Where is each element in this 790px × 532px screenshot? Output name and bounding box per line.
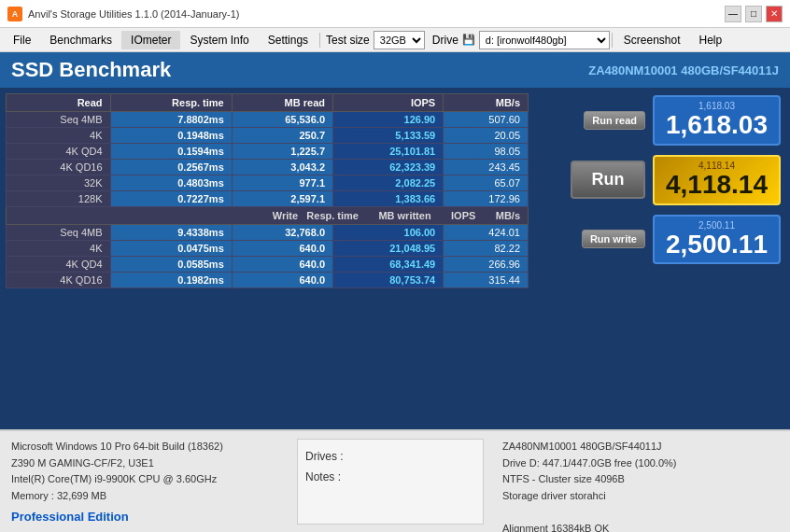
- test-size-label: Test size: [326, 34, 370, 47]
- read-label-0: Seq 4MB: [7, 112, 111, 128]
- write-mb-2: 640.0: [232, 257, 332, 273]
- minimize-button[interactable]: —: [725, 6, 741, 22]
- read-time-3: 0.2567ms: [110, 160, 232, 175]
- write-label-0: Seq 4MB: [7, 225, 111, 241]
- header-model: ZA480NM10001 480GB/SF44011J: [588, 63, 779, 77]
- side-panel: Run read 1,618.03 1,618.03 Run 4,118.14 …: [534, 88, 790, 429]
- header-title: SSD Benchmark: [11, 58, 171, 82]
- write-iops-1: 21,048.95: [333, 241, 444, 257]
- write-mbs-1: 82.22: [444, 241, 529, 257]
- run-write-row: Run write 2,500.11 2,500.11: [543, 215, 781, 265]
- app-title: Anvil's Storage Utilities 1.1.0 (2014-Ja…: [28, 8, 239, 20]
- write-section-header: Write Resp. time MB written IOPS MB/s: [7, 207, 529, 225]
- write-time-1: 0.0475ms: [110, 241, 232, 257]
- read-iops-1: 5,133.59: [333, 128, 444, 144]
- close-button[interactable]: ✕: [766, 6, 783, 22]
- total-score-box: 4,118.14 4,118.14: [653, 155, 781, 205]
- write-mb-1: 640.0: [232, 241, 332, 257]
- total-score-large: 4,118.14: [666, 171, 768, 200]
- read-mbs-2: 98.05: [444, 144, 529, 160]
- menu-screenshot[interactable]: Screenshot: [614, 31, 690, 49]
- drive-info-line4: Storage driver storahci: [502, 488, 779, 505]
- menu-file[interactable]: File: [4, 31, 40, 49]
- drive-info-line3: NTFS - Cluster size 4096B: [502, 471, 779, 488]
- read-label-5: 128K: [7, 191, 111, 207]
- test-size-control: Test size 32GB: [326, 31, 425, 49]
- read-mbs-3: 243.45: [444, 160, 529, 175]
- read-mb-4: 977.1: [232, 175, 332, 191]
- read-row-1: 4K 0.1948ms 250.7 5,133.59 20.05: [7, 128, 529, 144]
- read-label-4: 32K: [7, 175, 111, 191]
- read-iops-5: 1,383.66: [333, 191, 444, 207]
- menu-settings[interactable]: Settings: [259, 31, 317, 49]
- read-iops-0: 126.90: [333, 112, 444, 128]
- maximize-button[interactable]: □: [745, 6, 762, 22]
- write-mb-0: 32,768.0: [232, 225, 332, 241]
- drive-select[interactable]: d: [ironwolf480gb]: [479, 31, 610, 49]
- read-iops-2: 25,101.81: [333, 144, 444, 160]
- drive-info-line1: ZA480NM10001 480GB/SF44011J: [502, 439, 779, 455]
- write-score-large: 2,500.11: [666, 231, 768, 259]
- pro-edition-label: Professional Edition: [11, 508, 278, 527]
- app-icon: A: [7, 7, 22, 21]
- sys-info-line1: Microsoft Windows 10 Pro 64-bit Build (1…: [11, 439, 278, 455]
- write-time-3: 0.1982ms: [110, 273, 232, 288]
- read-table: Read Resp. time MB read IOPS MB/s Seq 4M…: [6, 93, 529, 288]
- menu-benchmarks[interactable]: Benchmarks: [40, 31, 121, 49]
- read-iops-3: 62,323.39: [333, 160, 444, 175]
- write-mbs-3: 315.44: [444, 273, 529, 288]
- menu-sysinfo[interactable]: System Info: [180, 31, 258, 49]
- read-score-large: 1,618.03: [666, 111, 768, 140]
- menu-iometer[interactable]: IOmeter: [121, 31, 180, 49]
- write-time-2: 0.0585ms: [110, 257, 232, 273]
- write-row-2: 4K QD4 0.0585ms 640.0 68,341.49 266.96: [7, 257, 529, 273]
- write-mbs-2: 266.96: [444, 257, 529, 273]
- sys-info-line3: Intel(R) Core(TM) i9-9900K CPU @ 3.60GHz: [11, 471, 278, 488]
- read-time-1: 0.1948ms: [110, 128, 232, 144]
- write-label-3: 4K QD16: [7, 273, 111, 288]
- notes-label: Notes :: [305, 468, 475, 488]
- test-size-select[interactable]: 32GB: [374, 31, 425, 49]
- drive-icon: 💾: [462, 34, 475, 46]
- run-read-button[interactable]: Run read: [584, 111, 645, 130]
- read-mbs-1: 20.05: [444, 128, 529, 144]
- menu-help[interactable]: Help: [690, 31, 732, 49]
- drive-info: ZA480NM10001 480GB/SF44011J Drive D: 447…: [491, 431, 790, 532]
- write-mb-3: 640.0: [232, 273, 332, 288]
- read-mb-3: 3,043.2: [232, 160, 332, 175]
- drive-info-line2: Drive D: 447.1/447.0GB free (100.0%): [502, 455, 779, 472]
- write-label-2: 4K QD4: [7, 257, 111, 273]
- read-row-0: Seq 4MB 7.8802ms 65,536.0 126.90 507.60: [7, 112, 529, 128]
- col-read: Read: [7, 94, 111, 112]
- write-score-small: 2,500.11: [666, 220, 768, 231]
- bottom-bar: Microsoft Windows 10 Pro 64-bit Build (1…: [0, 429, 790, 532]
- read-time-5: 0.7227ms: [110, 191, 232, 207]
- read-mb-1: 250.7: [232, 128, 332, 144]
- separator-1: [319, 33, 320, 48]
- separator-2: [612, 33, 613, 48]
- drive-label: Drive: [432, 34, 458, 47]
- read-time-4: 0.4803ms: [110, 175, 232, 191]
- write-row-0: Seq 4MB 9.4338ms 32,768.0 106.00 424.01: [7, 225, 529, 241]
- write-score-box: 2,500.11 2,500.11: [653, 215, 781, 265]
- title-bar-left: A Anvil's Storage Utilities 1.1.0 (2014-…: [7, 7, 239, 21]
- read-mbs-0: 507.60: [444, 112, 529, 128]
- read-label-3: 4K QD16: [7, 160, 111, 175]
- write-iops-3: 80,753.74: [333, 273, 444, 288]
- write-time-0: 9.4338ms: [110, 225, 232, 241]
- table-section: Read Resp. time MB read IOPS MB/s Seq 4M…: [0, 88, 534, 429]
- write-row-3: 4K QD16 0.1982ms 640.0 80,753.74 315.44: [7, 273, 529, 288]
- write-mbs-0: 424.01: [444, 225, 529, 241]
- read-row-5: 128K 0.7227ms 2,597.1 1,383.66 172.96: [7, 191, 529, 207]
- run-write-button[interactable]: Run write: [582, 230, 645, 248]
- content-area: Read Resp. time MB read IOPS MB/s Seq 4M…: [0, 88, 790, 429]
- system-info: Microsoft Windows 10 Pro 64-bit Build (1…: [0, 431, 289, 532]
- read-score-box: 1,618.03 1,618.03: [653, 95, 781, 146]
- read-row-2: 4K QD4 0.1594ms 1,225.7 25,101.81 98.05: [7, 144, 529, 160]
- run-total-row: Run 4,118.14 4,118.14: [543, 155, 781, 205]
- col-mb-read: MB read: [232, 94, 332, 112]
- write-label-1: 4K: [7, 241, 111, 257]
- run-button[interactable]: Run: [571, 161, 645, 199]
- sys-info-line2: Z390 M GAMING-CF/F2, U3E1: [11, 455, 278, 472]
- run-read-row: Run read 1,618.03 1,618.03: [543, 95, 781, 146]
